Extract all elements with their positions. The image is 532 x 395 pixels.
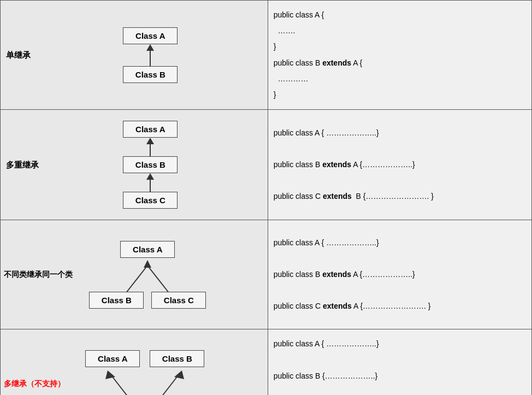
arrowhead-1 xyxy=(146,44,154,51)
row-multiple: 多继承（不支持） Class A Class B xyxy=(1,329,532,395)
row-multi-level: 多重继承 Class A Class B Class C public clas… xyxy=(1,110,532,220)
arrowhead-fanin-left xyxy=(144,260,151,268)
diagram-multilevel: Class A Class B Class C xyxy=(39,115,262,214)
multiple-top-boxes: Class A Class B xyxy=(85,350,204,367)
code-line-1-1: public class A { xyxy=(274,8,526,22)
code-line-2-5: public class C extends B {……………………. } xyxy=(274,190,526,203)
class-box-B-3: Class B xyxy=(89,292,144,309)
fanin-bottom-boxes: Class B Class C xyxy=(89,292,206,309)
code-line-1-4: public class B extends A { xyxy=(274,56,526,70)
svg-line-2 xyxy=(111,375,134,395)
svg-line-3 xyxy=(156,375,179,395)
class-box-C-3: Class C xyxy=(151,292,206,309)
label-multilevel: 多重继承 xyxy=(6,160,39,170)
code-line-1-5: ………… xyxy=(274,72,526,86)
inheritance-table: 单继承 Class A Class B public class A { …….… xyxy=(0,0,532,395)
code-line-4-1: public class A { ………………..} xyxy=(274,337,526,351)
class-box-A-3: Class A xyxy=(120,241,175,258)
svg-line-1 xyxy=(147,266,169,293)
class-box-B-4: Class B xyxy=(150,350,204,367)
arrowhead-2b xyxy=(146,173,154,180)
class-box-B-2: Class B xyxy=(123,156,178,173)
code-line-3-2 xyxy=(274,252,526,266)
code-line-1-3: } xyxy=(274,40,526,54)
row-fan-in: 不同类继承同一个类 Class A Class B Class C xyxy=(1,220,532,329)
code-cell-multilevel: public class A { ………………..} public class … xyxy=(268,110,531,220)
label-fanin: 不同类继承同一个类 xyxy=(4,270,73,280)
code-line-4-3: public class B {………………..} xyxy=(274,369,526,383)
diagram-cell-multiple: 多继承（不支持） Class A Class B xyxy=(1,329,268,395)
class-box-A-1: Class A xyxy=(123,27,178,44)
diagram-cell-multilevel: 多重继承 Class A Class B Class C xyxy=(1,110,268,220)
label-multiple: 多继承（不支持） xyxy=(4,379,65,389)
arrow-up-2a xyxy=(146,138,154,156)
code-line-2-4 xyxy=(274,174,526,187)
code-line-4-4 xyxy=(274,385,526,395)
code-line-3-5: public class C extends A {……………………. } xyxy=(274,299,526,313)
class-box-B-1: Class B xyxy=(123,66,178,83)
code-cell-single: public class A { ……. } public class B ex… xyxy=(268,1,531,110)
arrow-line-2a xyxy=(150,144,151,156)
class-box-A-2: Class A xyxy=(123,121,178,138)
class-box-C-2: Class C xyxy=(123,192,178,209)
svg-line-0 xyxy=(126,266,147,293)
code-line-1-2: ……. xyxy=(274,24,526,38)
arrow-line-2b xyxy=(150,180,151,192)
multiple-arrows-svg xyxy=(79,367,210,395)
label-single: 单继承 xyxy=(6,50,31,60)
arrow-up-2b xyxy=(146,173,154,192)
diagram-cell-fanin: 不同类继承同一个类 Class A Class B Class C xyxy=(1,220,268,329)
arrow-line-1 xyxy=(150,51,151,66)
code-line-1-6: } xyxy=(274,88,526,102)
diagram-cell-single: 单继承 Class A Class B xyxy=(1,1,268,110)
code-cell-fanin: public class A { ………………..} public class … xyxy=(268,220,531,329)
code-line-3-3: public class B extends A {………………..} xyxy=(274,268,526,281)
code-cell-multiple: public class A { ………………..} public class … xyxy=(268,329,531,395)
code-line-2-3: public class B extends A {………………..} xyxy=(274,158,526,172)
code-line-3-1: public class A { ………………..} xyxy=(274,236,526,250)
class-box-A-4: Class A xyxy=(85,350,140,367)
code-line-2-2 xyxy=(274,142,526,156)
code-line-3-4 xyxy=(274,284,526,297)
code-line-2-1: public class A { ………………..} xyxy=(274,126,526,140)
arrowhead-2a xyxy=(146,138,154,144)
arrow-up-1 xyxy=(146,44,154,66)
fanin-arrows-svg xyxy=(93,258,202,296)
diagram-single: Class A Class B xyxy=(39,17,262,93)
code-line-4-2 xyxy=(274,353,526,367)
row-single-inheritance: 单继承 Class A Class B public class A { …….… xyxy=(1,1,532,110)
